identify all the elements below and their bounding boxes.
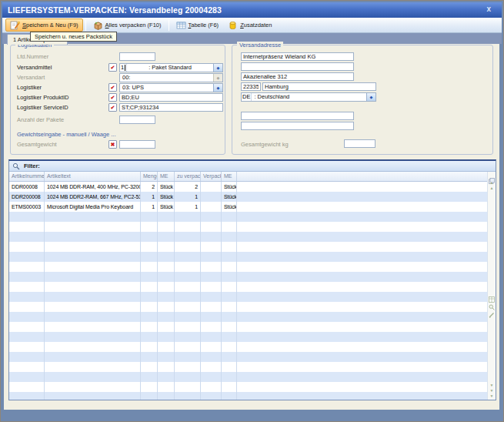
- table-row-empty[interactable]: [9, 222, 487, 232]
- table-row[interactable]: ETMS00003Microsoft Digital Media Pro Key…: [9, 202, 487, 212]
- group-versandadresse: Versandadresse DE : Deutschland ◆ Gesamt…: [232, 45, 493, 155]
- scroll-up-icon[interactable]: ▲: [490, 186, 494, 191]
- logistiker-edit-button[interactable]: ✔: [108, 83, 117, 92]
- table-row-empty[interactable]: [9, 262, 487, 272]
- table-cell: [45, 292, 141, 302]
- lfd-nummer-label: Lfd.Nummer: [17, 53, 48, 60]
- anzahl-pakete-input[interactable]: [119, 116, 155, 124]
- service-id-input[interactable]: [119, 103, 223, 112]
- adresse-land-combobox[interactable]: DE : Deutschland ◆: [241, 92, 376, 102]
- dropdown-button[interactable]: ◆: [213, 64, 222, 72]
- check-icon: ✔: [111, 65, 115, 71]
- table-cell: [141, 352, 158, 362]
- toolbar-separator: [169, 20, 169, 31]
- table-row-empty[interactable]: [9, 362, 487, 372]
- gesamtgewicht-input[interactable]: [119, 140, 155, 149]
- table-row-empty[interactable]: [9, 242, 487, 252]
- save-new-label: Speichern & Neu (F9): [22, 22, 78, 28]
- table-cell: [141, 302, 158, 312]
- table-button[interactable]: Tabelle (F6): [172, 18, 224, 32]
- grid-column-header[interactable]: Artikeltext: [45, 172, 141, 181]
- dropdown-icon: ◆: [217, 75, 220, 80]
- adresse-name2-input[interactable]: [241, 62, 354, 71]
- database-icon: [228, 21, 238, 30]
- table-row-empty[interactable]: [9, 392, 487, 400]
- table-row-empty[interactable]: [9, 292, 487, 302]
- logistiker-combobox[interactable]: 03: UPS ◆: [119, 83, 223, 92]
- grid-view-icon[interactable]: [489, 292, 495, 298]
- versandmittel-edit-button[interactable]: ✔: [108, 63, 117, 72]
- table-cell: [158, 252, 175, 262]
- service-id-edit-button[interactable]: ✔: [108, 103, 117, 112]
- anzahl-pakete-label: Anzahl der Pakete: [17, 116, 64, 123]
- adresse-zusatz1-input[interactable]: [241, 112, 354, 120]
- field-row: Logistiker ServiceID ✔: [11, 103, 225, 112]
- dropdown-button[interactable]: ◆: [366, 93, 375, 101]
- scroll-down-icon[interactable]: ▼: [490, 388, 494, 394]
- table-row-empty[interactable]: [9, 372, 487, 382]
- table-row-empty[interactable]: [9, 322, 487, 332]
- grid-body: DDR000081024 MB DDR-RAM, 400 MHz, PC-320…: [9, 182, 487, 400]
- versandmittel-code: 1: [120, 64, 127, 72]
- adresse-ort-input[interactable]: [262, 82, 376, 91]
- grid-column-header[interactable]: Verpackt: [201, 172, 222, 181]
- grid-column-header[interactable]: Artikelnummer: [9, 172, 45, 181]
- grid-column-header[interactable]: ME: [158, 172, 175, 181]
- adresse-name1-input[interactable]: [241, 52, 354, 61]
- table-icon: [176, 21, 186, 30]
- table-row-empty[interactable]: [9, 382, 487, 392]
- table-cell: [45, 252, 141, 262]
- table-row[interactable]: DDR2000081024 MB DDR2-RAM, 667 MHz, PC2-…: [9, 192, 487, 202]
- table-cell: [45, 232, 141, 242]
- versandmittel-combobox[interactable]: 1 : Paket Standard ◆: [119, 63, 223, 72]
- table-row-empty[interactable]: [9, 232, 487, 242]
- grid-column-header[interactable]: Menge: [141, 172, 158, 181]
- gesamtgewicht-clear-button[interactable]: ✖: [108, 140, 117, 149]
- edit-icon[interactable]: [489, 307, 495, 313]
- toolbar: Speichern & Neu (F9) Alles verpacken (F1…: [2, 18, 502, 33]
- grid-filter-row[interactable]: Filter:: [9, 161, 496, 172]
- close-button[interactable]: x: [486, 5, 491, 13]
- table-row-empty[interactable]: [9, 342, 487, 352]
- table-row-empty[interactable]: [9, 332, 487, 342]
- table-row-empty[interactable]: [9, 282, 487, 292]
- table-cell: [141, 332, 158, 342]
- table-cell: [201, 332, 222, 342]
- adresse-plz-input[interactable]: [241, 82, 261, 91]
- table-cell: [201, 222, 222, 232]
- table-row-empty[interactable]: [9, 312, 487, 322]
- scroll-top-icon[interactable]: ▲: [490, 180, 494, 186]
- produkt-id-input[interactable]: [119, 93, 223, 102]
- produkt-id-edit-button[interactable]: ✔: [108, 93, 117, 102]
- search-icon[interactable]: [489, 300, 495, 306]
- table-row-empty[interactable]: [9, 272, 487, 282]
- extra-data-button[interactable]: Zusatzdaten: [223, 18, 276, 32]
- grid-column-header[interactable]: ME: [222, 172, 237, 181]
- table-cell: [141, 342, 158, 352]
- table-cell: [201, 292, 222, 302]
- table-cell: [201, 392, 222, 400]
- column-chooser-icon[interactable]: [489, 173, 495, 179]
- adresse-strasse-input[interactable]: [241, 72, 354, 81]
- table-row[interactable]: DDR000081024 MB DDR-RAM, 400 MHz, PC-320…: [9, 182, 487, 192]
- table-cell: [45, 322, 141, 332]
- grid-column-header[interactable]: zu verpacke: [175, 172, 201, 181]
- table-row-empty[interactable]: [9, 302, 487, 312]
- grid-scrollbar[interactable]: ▲ ▲ ▼ ▼ ▼: [487, 172, 496, 400]
- adresse-zusatz2-input[interactable]: [241, 122, 354, 130]
- pack-all-button[interactable]: Alles verpacken (F10): [88, 18, 166, 32]
- gesamtgewicht-kg-input[interactable]: [344, 139, 375, 148]
- scroll-down-icon[interactable]: ▼: [490, 383, 494, 388]
- table-cell: [175, 342, 201, 352]
- scroll-bottom-icon[interactable]: ▼: [490, 394, 494, 399]
- table-row-empty[interactable]: [9, 212, 487, 222]
- table-cell-filler: [237, 212, 487, 222]
- table-row-empty[interactable]: [9, 252, 487, 262]
- table-row-empty[interactable]: [9, 352, 487, 362]
- versandart-label: Versandart: [17, 74, 45, 81]
- save-new-button[interactable]: Speichern & Neu (F9): [5, 18, 83, 32]
- lfd-nummer-input[interactable]: [119, 52, 155, 61]
- dropdown-button[interactable]: ◆: [213, 84, 222, 92]
- table-cell: [9, 312, 45, 322]
- table-cell: [201, 262, 222, 272]
